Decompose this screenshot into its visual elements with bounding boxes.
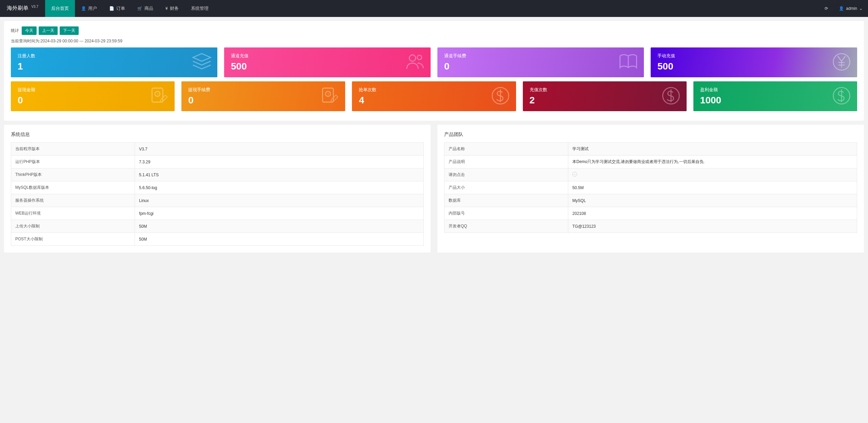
today-button[interactable]: 今天 xyxy=(22,26,37,35)
table-row: 服务器操作系统Linux xyxy=(11,194,424,207)
content: 统计 今天 上一天 下一天 当前查询时间为:2024-03-29 00:00:0… xyxy=(0,17,868,257)
card-row-2: 提现金额 0 ? 提现手续费 0 ? 抢单次数 4 充值次数 2 盈利金额 xyxy=(11,81,857,111)
yen-icon: ¥ xyxy=(165,6,168,11)
note-edit-icon: ? xyxy=(319,86,340,107)
stats-label: 统计 xyxy=(11,28,19,34)
nav-orders[interactable]: 📄订单 xyxy=(103,0,131,17)
nav-users[interactable]: 👤用户 xyxy=(75,0,103,17)
info-key: POST大小限制 xyxy=(11,233,135,246)
order-icon: 📄 xyxy=(109,6,114,11)
info-value: MySQL xyxy=(568,194,857,207)
card-title: 抢单次数 xyxy=(359,87,509,93)
nav-goods[interactable]: 🛒商品 xyxy=(131,0,159,17)
card-value: 1 xyxy=(18,61,211,72)
table-row: 请勿点击 xyxy=(445,168,857,181)
card-register-count: 注册人数 1 xyxy=(11,47,217,77)
nav-home[interactable]: 后台首页 xyxy=(45,0,75,17)
cart-icon: 🛒 xyxy=(137,6,142,11)
card-title: 通道充值 xyxy=(231,53,424,59)
info-value: TG@123123 xyxy=(568,220,857,233)
nav-finance-label: 财务 xyxy=(170,5,179,12)
svg-point-0 xyxy=(409,55,416,61)
card-title: 提现金额 xyxy=(18,87,168,93)
table-row: 当前程序版本V3.7 xyxy=(11,143,424,156)
table-row: MySQL数据库版本5.6.50-log xyxy=(11,181,424,194)
table-row: POST大小限制50M xyxy=(11,233,424,246)
info-value: 5.6.50-log xyxy=(135,181,424,194)
table-row: 产品说明本Demo只为学习测试交流,请勿要做商业或者用于违法行为,一切后果自负. xyxy=(445,156,857,168)
refresh-icon: ⟳ xyxy=(825,6,828,11)
yen-circle-icon xyxy=(831,52,852,73)
info-value: 50M xyxy=(135,220,424,233)
info-value: 5.1.41 LTS xyxy=(135,168,424,181)
nav-right: ⟳ 👤 admin ⌄ xyxy=(819,0,868,17)
table-row: 运行PHP版本7.3.29 xyxy=(11,156,424,168)
info-value xyxy=(568,168,857,181)
table-row: 数据库MySQL xyxy=(445,194,857,207)
dollar-circle-icon xyxy=(831,86,852,107)
info-key: 开发者QQ xyxy=(445,220,568,233)
card-recharge-count: 充值次数 2 xyxy=(523,81,687,111)
card-value: 1000 xyxy=(700,95,850,106)
system-info-table: 当前程序版本V3.7运行PHP版本7.3.29ThinkPHP版本5.1.41 … xyxy=(11,142,424,246)
nav-home-label: 后台首页 xyxy=(51,5,69,12)
info-key: WEB运行环境 xyxy=(11,207,135,220)
card-grab-count: 抢单次数 4 xyxy=(352,81,516,111)
table-row: 上传大小限制50M xyxy=(11,220,424,233)
card-value: 4 xyxy=(359,95,509,106)
note-edit-icon: ? xyxy=(149,86,169,107)
card-value: 0 xyxy=(444,61,637,72)
info-value: 7.3.29 xyxy=(135,156,424,168)
people-icon xyxy=(405,52,425,73)
book-icon xyxy=(618,52,638,73)
info-key: MySQL数据库版本 xyxy=(11,181,135,194)
next-day-button[interactable]: 下一天 xyxy=(60,26,79,35)
card-title: 提现手续费 xyxy=(188,87,338,93)
info-key: 内部版号 xyxy=(445,207,568,220)
nav-finance[interactable]: ¥财务 xyxy=(159,0,185,17)
info-value: 50.5M xyxy=(568,181,857,194)
stats-header: 统计 今天 上一天 下一天 xyxy=(11,26,857,35)
refresh-button[interactable]: ⟳ xyxy=(819,0,833,17)
table-row: 开发者QQTG@123123 xyxy=(445,220,857,233)
svg-text:?: ? xyxy=(156,92,158,96)
team-info-panel: 产品团队 产品名称学习测试产品说明本Demo只为学习测试交流,请勿要做商业或者用… xyxy=(437,125,864,253)
info-value: fpm-fcgi xyxy=(135,207,424,220)
info-value: V3.7 xyxy=(135,143,424,156)
info-key: 产品大小 xyxy=(445,181,568,194)
info-key: 当前程序版本 xyxy=(11,143,135,156)
card-channel-recharge: 通道充值 500 xyxy=(224,47,431,77)
card-value: 0 xyxy=(18,95,168,106)
table-row: 内部版号202108 xyxy=(445,207,857,220)
info-key: 服务器操作系统 xyxy=(11,194,135,207)
system-info-panel: 系统信息 当前程序版本V3.7运行PHP版本7.3.29ThinkPHP版本5.… xyxy=(4,125,431,253)
card-value: 500 xyxy=(657,61,850,72)
top-navbar: 海外刷单 V3.7 后台首页 👤用户 📄订单 🛒商品 ¥财务 系统管理 ⟳ 👤 … xyxy=(0,0,868,17)
table-row: WEB运行环境fpm-fcgi xyxy=(11,207,424,220)
dollar-circle-icon xyxy=(490,86,511,107)
card-title: 通道手续费 xyxy=(444,53,637,59)
sad-face-icon[interactable] xyxy=(572,172,577,177)
card-profit: 盈利金额 1000 xyxy=(693,81,857,111)
card-value: 0 xyxy=(188,95,338,106)
card-value: 500 xyxy=(231,61,424,72)
nav-system-label: 系统管理 xyxy=(191,5,209,12)
user-menu[interactable]: 👤 admin ⌄ xyxy=(833,0,868,17)
info-value: 学习测试 xyxy=(568,143,857,156)
info-value: 50M xyxy=(135,233,424,246)
info-key: 运行PHP版本 xyxy=(11,156,135,168)
system-info-title: 系统信息 xyxy=(11,132,424,138)
info-key: 数据库 xyxy=(445,194,568,207)
brand-version: V3.7 xyxy=(31,5,38,8)
card-withdraw-amount: 提现金额 0 ? xyxy=(11,81,175,111)
card-row-1: 注册人数 1 通道充值 500 通道手续费 0 手动充值 500 xyxy=(11,47,857,77)
nav-goods-label: 商品 xyxy=(144,5,153,12)
brand: 海外刷单 V3.7 xyxy=(0,5,45,12)
nav-system[interactable]: 系统管理 xyxy=(185,0,215,17)
table-row: ThinkPHP版本5.1.41 LTS xyxy=(11,168,424,181)
prev-day-button[interactable]: 上一天 xyxy=(39,26,58,35)
table-row: 产品名称学习测试 xyxy=(445,143,857,156)
card-title: 充值次数 xyxy=(530,87,680,93)
card-withdraw-fee: 提现手续费 0 ? xyxy=(181,81,345,111)
info-key: 产品名称 xyxy=(445,143,568,156)
